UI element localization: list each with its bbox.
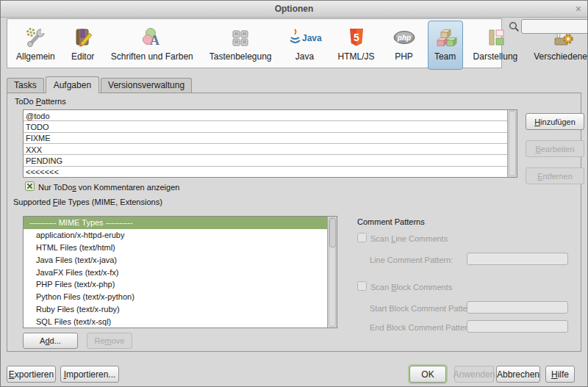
java-cup-icon: Java [288,25,322,50]
mime-types-list: ---------- MIME Types ---------- applica… [23,216,337,328]
options-dialog: Optionen × Allgemein [0,0,588,387]
comment-patterns-heading: Comment Patterns [357,217,425,226]
todo-table-scrollbar[interactable] [507,110,517,177]
layout-icon [484,25,507,50]
category-tastenbelegung[interactable]: Tastenbelegung [204,21,278,70]
category-php[interactable]: php PHP [385,21,423,70]
svg-text:php: php [396,34,410,42]
svg-text:Java: Java [302,33,322,43]
category-team[interactable]: Team [428,21,463,70]
start-block-comment-pattern-label: Start Block Comment Pattern: [370,304,477,313]
abbrechen-button[interactable]: Abbrechen [496,366,540,383]
category-label: Schriften und Farben [111,51,193,62]
checkbox-unchecked-icon [357,233,367,244]
team-cubes-icon [434,25,457,50]
todo-pattern-row[interactable]: XXX [24,144,507,155]
php-icon: php [391,25,417,50]
mime-list-item[interactable]: Python Files (text/x-python) [24,291,327,303]
end-block-comment-pattern-label: End Block Comment Pattern: [370,323,474,332]
titlebar[interactable]: Optionen × [1,1,587,18]
mime-list-item[interactable]: SQL Files (text/x-sql) [24,315,327,328]
scan-line-comments-checkbox[interactable]: Scan Line Comments [357,233,448,244]
search-input[interactable] [521,19,588,34]
anwenden-button[interactable]: Anwenden [454,366,494,383]
mime-list-item[interactable]: PHP Files (text/x-php) [24,278,327,291]
hilfe-button[interactable]: Hilfe [545,366,575,383]
category-html-js[interactable]: 5 HTML/JS [332,21,381,70]
svg-text:A: A [150,33,159,48]
tab-aufgaben[interactable]: Aufgaben [46,76,99,93]
checkbox-unchecked-icon [357,281,367,292]
svg-text:5: 5 [354,32,359,43]
end-block-comment-pattern-input[interactable] [467,320,568,333]
mime-list-item[interactable]: Ruby Files (text/x-ruby) [24,303,327,315]
mime-list-item[interactable]: application/x-httpd-eruby [24,229,327,242]
gears-wrench-icon [24,25,47,50]
line-comment-pattern-input[interactable] [467,253,568,265]
keyboard-icon [229,25,252,50]
category-label: PHP [395,51,413,62]
category-label: Allgemein [16,51,55,62]
todo-pattern-row[interactable]: TODO [24,121,507,132]
mime-list-scrollbar[interactable] [327,217,337,328]
fonts-colors-icon: A [140,25,164,50]
todo-pattern-row[interactable]: @todo [24,110,507,121]
remove-file-type-button[interactable]: Remove [87,333,132,349]
importieren-button[interactable]: Importieren... [60,366,119,383]
mime-list-item[interactable]: HTML Files (text/html) [24,242,327,254]
exportieren-button[interactable]: Exportieren [7,366,56,383]
line-comment-pattern-label: Line Comment Pattern: [370,256,453,264]
todo-patterns-label: ToDo Patterns [15,97,66,106]
todo-pattern-row[interactable]: PENDING [24,155,507,166]
todo-pattern-row[interactable]: <<<<<<< [24,167,507,177]
mime-list-item[interactable]: ---------- MIME Types ---------- [24,217,327,229]
window-title: Optionen [275,4,314,14]
category-allgemein[interactable]: Allgemein [10,21,61,70]
checkbox-label: Nur ToDos von Kommentaren anzeigen [38,183,179,192]
tab-tasks[interactable]: Tasks [7,78,44,93]
aufgaben-tab-panel: ToDo Patterns @todo TODO FIXME XXX PENDI… [7,93,581,352]
category-label: Java [295,51,314,62]
search-icon [509,21,520,35]
category-label: Tastenbelegung [209,51,272,62]
supported-file-types-label: Supported File Types (MIME, Extensions) [13,198,162,206]
category-label: Editor [71,51,94,62]
category-editor[interactable]: Editor [65,21,101,70]
category-label: Verschiedenes [534,51,588,62]
category-schriften-und-farben[interactable]: A Schriften und Farben [105,21,199,70]
html5-icon: 5 [345,25,368,50]
category-label: Team [434,51,456,62]
category-java[interactable]: Java Java [282,21,328,70]
todo-patterns-table: @todo TODO FIXME XXX PENDING <<<<<<< [23,109,517,178]
mime-list-item[interactable]: Java Files (text/x-java) [24,253,327,266]
book-pencil-icon [71,25,95,50]
add-file-type-button[interactable]: Add... [23,333,78,349]
entfernen-button[interactable]: Entfernen [526,167,584,184]
checkbox-checked-icon [25,181,35,192]
bearbeiten-button[interactable]: Bearbeiten [526,140,584,157]
start-block-comment-pattern-input[interactable] [467,301,568,314]
close-icon[interactable]: × [576,2,581,15]
category-toolbar: Allgemein Editor A [7,18,502,68]
only-todos-from-comments-checkbox[interactable]: Nur ToDos von Kommentaren anzeigen [25,181,179,192]
hinzufuegen-button[interactable]: Hinzufügen [526,113,584,130]
todo-pattern-row[interactable]: FIXME [24,133,507,144]
ok-button[interactable]: OK [409,366,446,383]
category-label: Darstellung [473,51,518,62]
tab-versionsverwaltung[interactable]: Versionsverwaltung [101,78,192,93]
checkbox-label: Scan Line Comments [370,234,448,243]
mime-list-item[interactable]: JavaFX Files (text/x-fx) [24,266,327,278]
scan-block-comments-checkbox[interactable]: Scan Block Comments [357,281,452,292]
checkbox-label: Scan Block Comments [370,283,452,292]
tab-bar: Tasks Aufgaben Versionsverwaltung [7,76,193,93]
category-label: HTML/JS [338,51,375,62]
